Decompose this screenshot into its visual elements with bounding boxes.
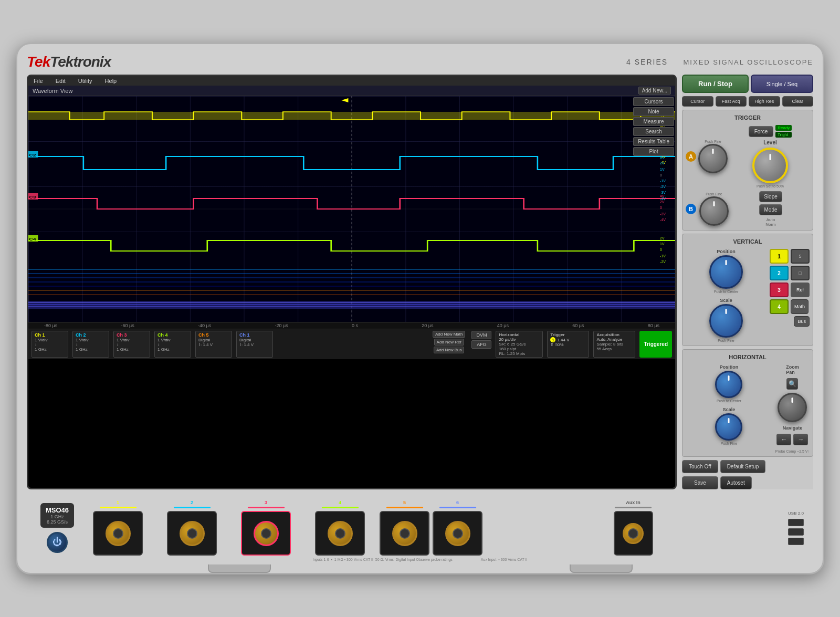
usb-port-2[interactable] [788, 528, 804, 536]
bnc-ch4[interactable] [315, 511, 365, 556]
usb-label: USB 2.0 [788, 511, 804, 516]
vertical-position-knob[interactable] [709, 255, 743, 289]
bus-button[interactable]: Bus [794, 316, 810, 327]
autoset-button[interactable]: Autoset [720, 476, 752, 489]
search-button[interactable]: Search [633, 127, 674, 136]
afg-button[interactable]: AFG [471, 340, 491, 349]
ch2-info[interactable]: Ch 2 1 V/div ↕ 1 GHz [72, 331, 109, 358]
ch4-info[interactable]: Ch 4 1 V/div ↕ 1 GHz [154, 331, 191, 358]
footer-text: Inputs 1-6 • 1 MΩ • 300 Vrms CAT II 50 Ω… [27, 556, 813, 564]
save-button[interactable]: Save [682, 476, 718, 489]
cursor-button[interactable]: Cursor [682, 96, 713, 107]
horizontal-readout: Horizontal 20 µs/div SR: 6.25 GS/s 160 p… [496, 331, 543, 358]
usb-port-1[interactable] [788, 519, 804, 526]
b-indicator: B [686, 204, 696, 214]
usb-port-3[interactable] [788, 538, 804, 545]
trigger-a-knob[interactable] [698, 144, 728, 173]
math-button[interactable]: Math [791, 299, 808, 314]
ch1-info[interactable]: Ch 1 1 V/div ↕ 1 GHz [32, 331, 68, 358]
note-button[interactable]: Note [633, 107, 674, 116]
navigate-right-button[interactable]: → [793, 434, 808, 445]
run-stop-button[interactable]: Run / Stop [682, 75, 749, 93]
connector-ch2: 2 [156, 500, 227, 556]
zoom-in-button[interactable]: 🔍 [786, 378, 798, 390]
bnc-aux[interactable] [614, 511, 653, 556]
ready-indicator: Ready [775, 125, 792, 131]
connector-ch5: 5 [380, 500, 429, 556]
bnc-ch5[interactable] [380, 511, 429, 556]
horizontal-label: HORIZONTAL [686, 353, 810, 361]
push-fine-b-label: Push Fine [706, 192, 722, 196]
time-axis: -80 µs -60 µs -40 µs -20 µs 0 s 20 µs 40… [28, 322, 675, 329]
level-label: Level [763, 140, 777, 145]
add-bus-button[interactable]: Add New Bus [434, 347, 464, 353]
mode-button[interactable]: Mode [759, 204, 782, 215]
ch2-button[interactable]: 2 [770, 266, 789, 280]
bnc-ch1[interactable] [93, 511, 143, 556]
svg-marker-14 [341, 98, 348, 102]
horizontal-scale-knob[interactable] [715, 413, 742, 441]
ref-button[interactable]: Ref [791, 283, 810, 297]
waveform-header: Waveform View Add New... [28, 86, 675, 96]
horiz-scale-label: Scale [723, 407, 736, 412]
menu-file[interactable]: File [32, 77, 45, 85]
force-button[interactable]: Force [749, 126, 774, 137]
bnc-ch2[interactable] [167, 511, 217, 556]
trigger-level-knob[interactable] [752, 148, 788, 183]
results-table-button[interactable]: Results Table [633, 137, 674, 146]
menu-bar: File Edit Utility Help [28, 76, 675, 86]
zoom-navigate-knob[interactable] [778, 393, 807, 422]
aux-in-label: Aux In [626, 500, 640, 505]
ch1-button[interactable]: 1 [770, 249, 789, 264]
vertical-section: VERTICAL Position Push to Center Scale P… [682, 234, 813, 346]
horiz-position-label: Position [720, 364, 739, 370]
menu-utility[interactable]: Utility [76, 77, 94, 85]
zoom-label: ZoomPan [786, 364, 799, 375]
trigrd-indicator: Trig'd [775, 132, 792, 138]
trigger-readout: Trigger 1 1.44 V ⬆ 50% [547, 331, 589, 358]
ch6-vert-button[interactable]: □ [791, 266, 810, 280]
waveform-canvas[interactable]: ✕ C2 C3 C4 5V4V3V2V1V 0 -1V-2V-3V-4V [28, 96, 675, 322]
menu-edit[interactable]: Edit [54, 77, 68, 85]
usb-ports [788, 519, 804, 545]
menu-help[interactable]: Help [103, 77, 119, 85]
vert-push-center-label: Push to Center [714, 290, 739, 294]
ch4-button[interactable]: 4 [770, 299, 789, 314]
foot-left [208, 564, 271, 573]
vertical-scale-knob[interactable] [709, 304, 743, 338]
connector-ch1: 1 [82, 500, 153, 556]
measure-button[interactable]: Measure [633, 117, 674, 126]
bnc-ch6[interactable] [433, 511, 482, 556]
navigate-left-button[interactable]: ← [776, 434, 791, 445]
utility-buttons-row: Cursor Fast Acq High Res Clear [682, 96, 813, 107]
single-seq-button[interactable]: Single / Seq [751, 75, 813, 93]
cursors-button[interactable]: Cursors [633, 97, 674, 106]
waveform-view-label: Waveform View [33, 88, 72, 94]
high-res-button[interactable]: High Res [749, 96, 780, 107]
touch-off-button[interactable]: Touch Off [682, 460, 718, 473]
fast-acq-button[interactable]: Fast Acq [716, 96, 747, 107]
slope-button[interactable]: Slope [759, 191, 782, 202]
clear-button[interactable]: Clear [782, 96, 814, 107]
horiz-push-fine-label: Push Fine [721, 442, 738, 445]
brand-logo: TekTektronix [27, 54, 111, 70]
auto-norm-label: AutoNorm [765, 217, 776, 227]
trigger-section: TRIGGER A Push Fine Force [682, 110, 813, 231]
ch3-button[interactable]: 3 [770, 283, 789, 297]
ch6-info[interactable]: Ch 1 Digital ⌇: 1.4 V [236, 331, 273, 358]
horiz-push-center-label: Push to Center [717, 399, 741, 403]
bnc-ch3[interactable] [241, 511, 291, 556]
add-math-button[interactable]: Add New Math [433, 331, 465, 338]
add-new-button[interactable]: Add New... [638, 87, 671, 95]
scope-feet [27, 564, 813, 573]
ch5-info[interactable]: Ch 5 Digital ⌇: 1.4 V [195, 331, 232, 358]
dvm-button[interactable]: DVM [471, 331, 491, 339]
default-setup-button[interactable]: Default Setup [720, 460, 766, 473]
horizontal-position-knob[interactable] [715, 371, 742, 398]
ch5-vert-button[interactable]: 5 [791, 249, 810, 264]
trigger-b-knob[interactable] [699, 196, 729, 226]
ch3-info[interactable]: Ch 3 1 V/div ↕ 1 GHz [113, 331, 150, 358]
power-button[interactable]: ⏻ [47, 532, 68, 553]
add-ref-button[interactable]: Add New Ref [434, 339, 464, 346]
plot-button[interactable]: Plot [633, 147, 674, 156]
